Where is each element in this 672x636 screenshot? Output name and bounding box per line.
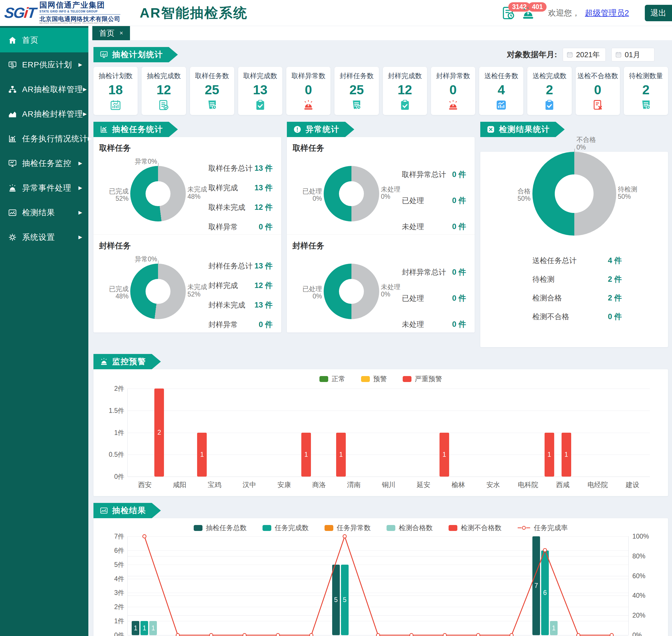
legend-item[interactable]: 任务完成数: [262, 523, 309, 532]
legend-label: 抽检任务总数: [206, 523, 246, 532]
stat-card: 封样完成数 12: [383, 67, 427, 115]
sidebar-item[interactable]: 首页: [0, 28, 88, 53]
year-select[interactable]: 2021年: [563, 48, 606, 61]
sidebar-item[interactable]: 异常事件处理 ▶: [0, 176, 88, 200]
gear-icon: [8, 233, 17, 242]
legend-item[interactable]: 检测不合格数: [449, 523, 501, 532]
stat-row-label: 封样任务总计: [209, 261, 253, 271]
sidebar-item[interactable]: 系统设置 ▶: [0, 225, 88, 250]
home-icon: [8, 36, 17, 45]
stat-row-value: 4 件: [608, 255, 622, 265]
donut-label-qualified: 合格50%: [517, 187, 530, 202]
stat-row-value: 0 件: [608, 312, 622, 322]
task-notification-button[interactable]: 3142: [501, 6, 516, 20]
stat-row-value: 13 件: [254, 183, 273, 193]
stat-row-label: 未处理: [402, 319, 424, 329]
welcome-text: 欢迎您，: [548, 8, 580, 18]
year-value: 2021年: [576, 50, 600, 60]
dashboard-content: 抽检计划统计 对象数据年月: 2021年 01月 抽检计划数 18 抽检完成数 …: [88, 40, 672, 636]
stat-row: 封样未完成 13 件: [209, 300, 273, 310]
current-user-link[interactable]: 超级管理员2: [585, 8, 629, 18]
stat-row-value: 0 件: [452, 221, 466, 232]
donut-label-unhandled: 未处理0%: [381, 283, 400, 298]
stat-row-label: 封样异常: [209, 320, 238, 330]
warning-bar: 1: [561, 433, 571, 477]
sidebar-item[interactable]: AR抽检取样管理 ▶: [0, 77, 88, 102]
x-axis-label: 西安: [138, 480, 152, 489]
legend-swatch: [449, 525, 457, 531]
donut-label-undone: 未完成48%: [187, 185, 207, 200]
y-axis-tick: 2件: [114, 384, 124, 393]
stat-card-value: 0: [594, 83, 601, 96]
y-axis-tick: 2件: [114, 602, 124, 611]
legend-item[interactable]: 预警: [361, 374, 387, 383]
legend-item[interactable]: 任务完成率: [517, 523, 568, 532]
section-subtitle: 封样任务: [99, 240, 276, 251]
warning-bar: 1: [336, 433, 346, 477]
sidebar-item-label: 抽检任务监控: [22, 158, 78, 169]
x-axis-label: 电经院: [588, 480, 608, 489]
y-axis-tick: 3件: [114, 589, 124, 597]
stat-row: 已处理 0 件: [402, 195, 466, 205]
sealing-task-donut: 异常0% 已完成48% 未完成52%: [130, 264, 186, 319]
legend-swatch: [361, 376, 370, 382]
sidebar-item[interactable]: 检测结果 ▶: [0, 200, 88, 225]
stat-card-value: 0: [450, 83, 457, 96]
month-value: 01月: [625, 50, 640, 60]
legend-item[interactable]: 检测合格数: [387, 523, 433, 532]
stat-row-value: 2 件: [608, 293, 622, 303]
right-axis-tick: 40%: [632, 592, 645, 599]
chevron-right-icon: ▶: [78, 210, 82, 216]
right-axis-tick: 0%: [632, 632, 642, 636]
tab-close-icon[interactable]: ×: [119, 29, 123, 37]
stat-row-value: 12 件: [254, 202, 273, 212]
sealing-task-stats: 封样任务总计 13 件封样完成 12 件封样未完成 13 件封样异常 0 件: [207, 251, 276, 339]
logout-button[interactable]: 退出: [645, 5, 672, 21]
legend-item[interactable]: 严重预警: [403, 374, 442, 383]
panel-task-stats: 抽检任务统计 取样任务 异常0% 已完成52% 未完成48%: [94, 122, 281, 347]
gridline: [128, 411, 650, 411]
sidebar-item[interactable]: 抽检任务监控 ▶: [0, 151, 88, 176]
stat-card: 抽检计划数 18: [94, 67, 138, 115]
stat-row-label: 取样完成: [209, 183, 238, 193]
month-select[interactable]: 01月: [611, 48, 654, 61]
stat-card-label: 取样任务数: [195, 71, 229, 80]
stat-row-label: 已处理: [402, 196, 424, 205]
warning-bar: 1: [197, 433, 207, 477]
legend-label: 检测不合格数: [461, 523, 501, 532]
tab-home[interactable]: 首页 ×: [92, 26, 130, 40]
date-filter-label: 对象数据年月:: [507, 49, 557, 60]
legend-item[interactable]: 抽检任务总数: [194, 523, 246, 532]
sampling-result-banner: 抽检结果: [94, 503, 161, 518]
calendar-chart-icon: [109, 99, 122, 111]
legend-label: 预警: [373, 374, 387, 383]
stat-row-value: 12 件: [254, 280, 273, 291]
donut-tick: [574, 149, 575, 152]
x-axis-label: 宝鸡: [207, 480, 221, 489]
stat-row-label: 送检任务总计: [532, 256, 577, 265]
sidebar-item[interactable]: 任务执行情况统计 ▶: [0, 126, 88, 151]
alert-count-badge: 401: [528, 2, 546, 12]
legend-item[interactable]: 任务异常数: [324, 523, 371, 532]
chevron-right-icon: ▶: [83, 111, 87, 117]
stat-card-label: 待检测数量: [629, 71, 663, 80]
stat-row: 检测不合格 0 件: [532, 312, 622, 322]
stat-card: 封样任务数 25: [334, 67, 379, 115]
monitor-warning-title: 监控预警: [112, 356, 146, 367]
stat-row: 已处理 0 件: [402, 293, 466, 303]
stat-card-label: 送检任务数: [484, 71, 518, 80]
stat-card-value: 0: [305, 83, 312, 96]
stat-row: 封样完成 12 件: [209, 280, 273, 291]
x-axis-label: 商洛: [312, 480, 326, 489]
y-axis-tick: 1.5件: [109, 406, 124, 415]
doc-x-icon: [592, 99, 604, 111]
sidebar-item[interactable]: ERP供应计划 ▶: [0, 53, 88, 77]
legend-swatch: [324, 525, 333, 531]
sidebar-item[interactable]: AR抽检封样管理 ▶: [0, 102, 88, 126]
alert-notification-button[interactable]: 401: [521, 6, 535, 20]
donut-tick: [158, 260, 159, 264]
sampling-anomaly-stats: 取样异常总计 0 件已处理 0 件未处理 0 件: [401, 154, 469, 247]
legend-item[interactable]: 正常: [319, 374, 345, 383]
right-axis-tick: 100%: [632, 533, 649, 540]
x-axis-label: 安康: [278, 480, 291, 489]
